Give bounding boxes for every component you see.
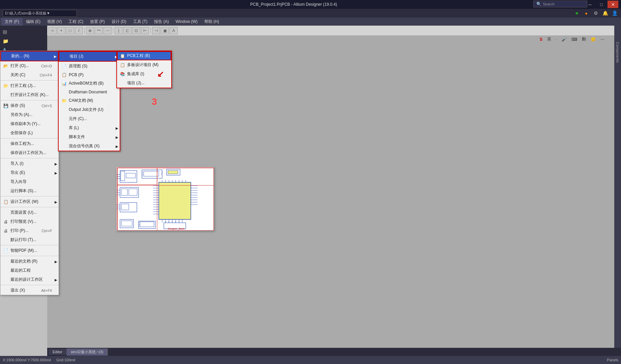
file-save-all[interactable]: 全部保存 (L) (0, 128, 59, 138)
new-mixed-sim[interactable]: 混合信号仿真 (X) ▶ (59, 142, 120, 151)
file-page-setup[interactable]: 页面设置 (U)... (0, 208, 59, 217)
new-output-job[interactable]: Output Job文件 (U) (59, 105, 120, 114)
sidebar-layers[interactable]: ▤ (0, 27, 47, 36)
close-button[interactable]: ✕ (608, 1, 618, 8)
tool-flip[interactable]: ⊢ (141, 27, 149, 34)
file-open[interactable]: 📂 打开 (O)... Ctrl+O (0, 61, 59, 70)
file-recent-workspaces[interactable]: 最近的设计工作区 ▶ (0, 275, 59, 284)
file-dropdown: 新的... (N) ▶ 📂 打开 (O)... Ctrl+O 关闭 (C) Ct… (0, 51, 59, 295)
file-print-preview[interactable]: 🖨 打印预览 (V)... (0, 217, 59, 226)
file-print[interactable]: 🖨 打印 (P)... Ctrl+P (0, 226, 59, 235)
search-label: Search (543, 2, 555, 6)
project-pcb[interactable]: 📋 PCB工程 (B) (117, 51, 171, 60)
ime-sougou[interactable]: S (538, 36, 544, 42)
file-import[interactable]: 导入 (I) ▶ (0, 159, 59, 168)
menu-tools[interactable]: 工具 (T) (130, 18, 151, 26)
ime-dot[interactable]: · (554, 36, 559, 42)
tool-3d[interactable]: ▣ (161, 27, 169, 34)
tab-current-doc[interactable]: stm32最小系统.~(3) (67, 348, 108, 356)
settings-icon[interactable]: ⚙ (592, 9, 599, 17)
file-save-workspace[interactable]: 保存设计工作区为... (0, 148, 59, 157)
file-exit[interactable]: 退出 (X) Alt+F4 (0, 286, 59, 295)
tool-rect[interactable]: □ (66, 27, 74, 34)
annotation-arrow: ↙ (157, 69, 164, 79)
tool-zoom[interactable]: | (115, 27, 123, 34)
menu-reports[interactable]: 报告 (A) (151, 18, 172, 26)
ime-mic[interactable]: 🎤 (560, 36, 568, 42)
tool-measure[interactable]: ⊏ (123, 27, 131, 34)
file-new[interactable]: 新的... (N) ▶ (0, 51, 59, 61)
file-open-workspace[interactable]: 打开设计工作区 (K)... (0, 90, 59, 99)
file-design-workspace[interactable]: 📋 设计工作区 (W) ▶ (0, 197, 59, 206)
ime-toolbar: S 英 · 🎤 ⌨ 翻 😊 ⋯ (538, 36, 606, 43)
open-icon: 📂 (3, 64, 8, 68)
svg-text:Designer_Blank: Designer_Blank (168, 228, 185, 230)
tool-line[interactable]: / (75, 27, 83, 34)
tool-select[interactable]: ⊹ (49, 27, 57, 34)
file-export[interactable]: 导出 (E) ▶ (0, 168, 59, 177)
new-schematic[interactable]: 📄 原理图 (S) (59, 62, 120, 71)
tool-route[interactable]: 〜 (95, 27, 103, 34)
new-script[interactable]: 脚本文件 ▶ (59, 132, 120, 142)
menu-window[interactable]: Window (W) (172, 18, 201, 25)
menu-project[interactable]: 工程 (C) (65, 18, 87, 26)
file-save-project[interactable]: 保存工程为... (0, 139, 59, 148)
file-close[interactable]: 关闭 (C) Ctrl+F4 (0, 70, 59, 80)
menubar: 文件 (F) 编辑 (E) 视图 (V) 工程 (C) 放置 (P) 设计 (D… (0, 18, 621, 26)
file-import-wizard[interactable]: 导入向导 (0, 177, 59, 186)
tool-pan[interactable]: ⊡ (132, 27, 140, 34)
file-save-as[interactable]: 另存为 (A)... (0, 110, 59, 119)
menu-help[interactable]: 帮助 (H) (201, 18, 223, 26)
search-box[interactable]: 🔍 Search (533, 1, 587, 7)
new-library[interactable]: 库 (L) ▶ (59, 123, 120, 132)
tool-move[interactable]: ⊕ (86, 27, 94, 34)
menu-view[interactable]: 视图 (V) (44, 18, 65, 26)
file-run-script[interactable]: 运行脚本 (S)... (0, 186, 59, 195)
menu-place[interactable]: 放置 (P) (87, 18, 108, 26)
ime-keyboard[interactable]: ⌨ (570, 36, 579, 42)
tool-add[interactable]: + (57, 27, 65, 34)
menu-edit[interactable]: 编辑 (E) (23, 18, 44, 26)
pcb-thumbnail: Designer_Blank (116, 167, 214, 231)
menu-design[interactable]: 设计 (D) (108, 18, 130, 26)
notification-icon[interactable]: 🔔 (601, 9, 609, 17)
user-icon[interactable]: 👤 (611, 9, 618, 17)
new-project[interactable]: 项目 (J) ▶ (59, 51, 120, 62)
right-panel: Components (614, 26, 621, 348)
sidebar-item2[interactable]: 📁 (0, 36, 47, 46)
orange-icon[interactable]: ● (583, 9, 590, 17)
tool-drc[interactable]: A (170, 27, 178, 34)
sep8 (0, 256, 59, 256)
project-item[interactable]: 项目 (J)... (117, 79, 171, 88)
new-activebom[interactable]: 📊 ActiveBOM文档 (B) (59, 79, 120, 88)
green-circle-icon[interactable]: ● (573, 9, 581, 17)
file-save-copy[interactable]: 保存副本为 (Y)... (0, 119, 59, 128)
file-save[interactable]: 💾 保存 (S) Ctrl+S (0, 101, 59, 110)
ime-translate[interactable]: 翻 (580, 36, 588, 43)
menu-file[interactable]: 文件 (F) (1, 18, 23, 26)
ime-english[interactable]: 英 (545, 36, 553, 43)
project-multiboard[interactable]: 📋 多板设计项目 (M) (117, 60, 171, 69)
toolbar2: D:\嵌入式\stm最小系统板▼ ● ● ⚙ 🔔 👤 (0, 9, 621, 18)
new-pcb[interactable]: 📋 PCB (P) (59, 71, 120, 79)
new-cam[interactable]: 📁 CAM文档 (M) (59, 96, 120, 105)
file-smart-pdf[interactable]: 📄 智能PDF (M)... (0, 246, 59, 255)
file-recent-docs[interactable]: 最近的文档 (R) ▶ (0, 257, 59, 266)
sep5 (0, 196, 59, 196)
new-component[interactable]: 元件 (C)... (59, 114, 120, 123)
maximize-button[interactable]: □ (596, 1, 607, 8)
title-bar: PCB_Project1.PrjPCB - Altium Designer (1… (0, 0, 621, 9)
file-recent-projects[interactable]: 最近的工程 (0, 266, 59, 275)
tool-route2[interactable]: ⋯ (104, 27, 112, 34)
tab-editor[interactable]: Editor (49, 349, 67, 355)
tool-inspect[interactable]: ⊣ (152, 27, 160, 34)
toolbar-sep1 (84, 28, 85, 34)
file-default-print[interactable]: 默认打印 (T)... (0, 235, 59, 244)
file-open-project[interactable]: 📁 打开工程 (J)... (0, 81, 59, 90)
new-draftsman[interactable]: Draftsman Document (59, 88, 120, 96)
doc-tabs: Editor stm32最小系统.~(3) (47, 348, 621, 356)
right-panel-components[interactable]: Components (614, 39, 621, 65)
ime-more[interactable]: ⋯ (599, 36, 606, 42)
ime-emoji[interactable]: 😊 (589, 36, 597, 42)
path-box[interactable]: D:\嵌入式\stm最小系统板▼ (3, 10, 77, 17)
